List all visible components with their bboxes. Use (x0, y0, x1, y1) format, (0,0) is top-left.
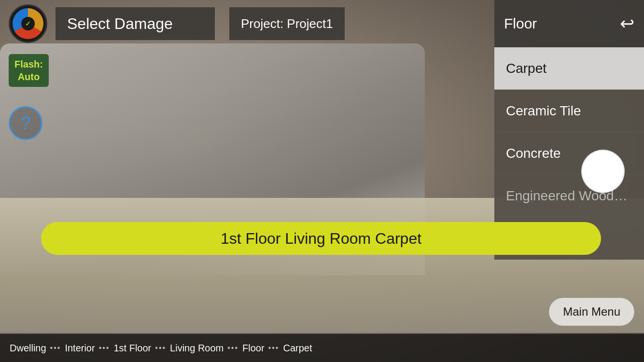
flash-button[interactable]: Flash: Auto (9, 54, 49, 87)
logo-circle: ✓ (9, 4, 47, 43)
breadcrumb-1st-floor-label: 1st Floor (113, 343, 151, 354)
floor-dropdown-area: Floor ↩ Carpet Ceramic Tile Concrete Eng… (494, 0, 644, 260)
breadcrumb-sep-1: ••• (50, 344, 61, 352)
dropdown-item-carpet-label: Carpet (506, 61, 546, 76)
breadcrumb-interior-label: Interior (65, 343, 95, 354)
dropdown-item-carpet[interactable]: Carpet (494, 47, 644, 90)
logo-check-icon: ✓ (21, 17, 35, 30)
breadcrumb-sep-2: ••• (99, 344, 110, 352)
location-label-text: 1st Floor Living Room Carpet (221, 230, 421, 248)
main-menu-label: Main Menu (563, 305, 620, 318)
breadcrumb-item-floor: Floor (242, 343, 265, 354)
breadcrumb-living-room-label: Living Room (170, 343, 224, 354)
flash-label-line2: Auto (14, 70, 43, 83)
help-button[interactable]: ? (9, 106, 42, 140)
breadcrumb-sep-5: ••• (268, 344, 280, 352)
flash-label-line1: Flash: (14, 58, 43, 70)
help-icon: ? (20, 113, 30, 134)
select-damage-label: Select Damage (67, 15, 173, 33)
floor-header-label: Floor (504, 15, 537, 32)
project-label: Project: Project1 (241, 16, 333, 31)
breadcrumb-dwelling-label: Dwelling (10, 343, 46, 354)
breadcrumb-carpet-label: Carpet (283, 343, 312, 354)
select-damage-button[interactable]: Select Damage (56, 7, 215, 40)
breadcrumb-item-living-room: Living Room (170, 343, 224, 354)
breadcrumb-sep-3: ••• (155, 344, 166, 352)
breadcrumb: Dwelling ••• Interior ••• 1st Floor ••• … (0, 334, 644, 362)
floor-dropdown-header[interactable]: Floor ↩ (494, 0, 644, 47)
dropdown-item-concrete-label: Concrete (506, 146, 561, 161)
floor-arrow-icon: ↩ (620, 14, 634, 34)
breadcrumb-item-dwelling: Dwelling (10, 343, 46, 354)
dropdown-item-ceramic-tile[interactable]: Ceramic Tile (494, 90, 644, 132)
app-logo-button[interactable]: ✓ (0, 0, 56, 47)
breadcrumb-floor-label: Floor (242, 343, 265, 354)
main-menu-button[interactable]: Main Menu (549, 298, 634, 326)
logo-rings-icon: ✓ (13, 8, 43, 39)
project-button[interactable]: Project: Project1 (229, 7, 345, 40)
location-label: 1st Floor Living Room Carpet (41, 222, 601, 255)
root-container: ✓ Select Damage Project: Project1 Floor … (0, 0, 644, 362)
breadcrumb-item-carpet: Carpet (283, 343, 312, 354)
dropdown-item-ceramic-tile-label: Ceramic Tile (506, 103, 581, 119)
breadcrumb-item-interior: Interior (65, 343, 95, 354)
shutter-button[interactable] (581, 150, 625, 193)
breadcrumb-sep-4: ••• (227, 344, 238, 352)
breadcrumb-item-1st-floor: 1st Floor (113, 343, 151, 354)
